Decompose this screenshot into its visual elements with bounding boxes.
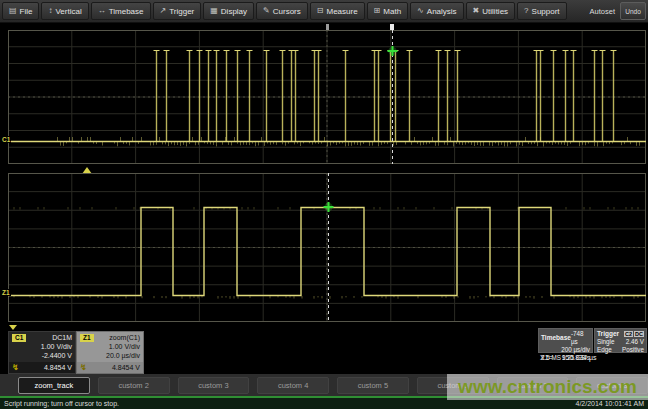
cursors-icon: ✎ — [263, 7, 270, 15]
c1-trace-label: C1 — [1, 136, 11, 143]
analysis-icon: ∿ — [417, 7, 424, 15]
status-datetime: 4/2/2014 10:01:41 AM — [576, 400, 645, 407]
c1-indicator-icon — [9, 325, 17, 330]
trigger-type: Edge — [597, 346, 612, 354]
trigger-level: 2.46 V — [626, 338, 644, 346]
main-graticule — [8, 30, 646, 164]
cursor-x1-value: 950.834 µs — [562, 354, 597, 361]
measure-icon: ⊟ — [317, 7, 324, 15]
status-message: Script running; turn off cursor to stop. — [4, 400, 119, 407]
timebase-scale: 200 µs/div — [561, 346, 590, 354]
z1-cursor-level: 4.8454 V — [112, 363, 140, 372]
autoset-button[interactable]: Autoset — [590, 7, 615, 16]
trigger-mode: Single — [597, 338, 615, 346]
trigger-slope: Positive — [622, 346, 644, 354]
timebase-panel[interactable]: Timebase -748 µs 200 µs/div 2.5 MS 1.25 … — [538, 328, 593, 353]
tab-custom-5[interactable]: custom 5 — [337, 377, 409, 394]
timebase-icon: ↔ — [98, 7, 106, 15]
cursor-bolt-icon: ↯ — [80, 363, 87, 372]
menu-vertical-label: Vertical — [55, 7, 81, 16]
timebase-position: -748 µs — [571, 330, 590, 346]
menu-measure-button[interactable]: ⊟Measure — [310, 2, 365, 20]
menu-vertical-button[interactable]: ↕Vertical — [41, 2, 88, 20]
z1-waveform — [8, 173, 646, 322]
z1-trace-label: Z1 — [1, 289, 11, 296]
vertical-icon: ↕ — [48, 7, 52, 15]
menu-measure-label: Measure — [326, 7, 357, 16]
menu-display-label: Display — [221, 7, 247, 16]
z1-descriptor-box[interactable]: Z1 zoom(C1) 1.00 V/div 20.0 µs/div ↯ 4.8… — [76, 331, 144, 374]
menu-utilities-button[interactable]: ✖Utilities — [466, 2, 515, 20]
support-icon: ? — [524, 7, 528, 15]
zoom-graticule — [8, 173, 646, 322]
file-icon: ▤ — [9, 7, 17, 15]
menu-cursors-button[interactable]: ✎Cursors — [256, 2, 308, 20]
menu-analysis-label: Analysis — [427, 7, 457, 16]
trigger-source-badge: C2 — [624, 331, 633, 337]
menu-analysis-button[interactable]: ∿Analysis — [410, 2, 464, 20]
c1-volts-div: 1.00 V/div — [41, 342, 72, 351]
trigger-coupling-badge: DC — [634, 331, 644, 337]
z1-time-div: 20.0 µs/div — [106, 351, 140, 360]
c1-coupling: DC1M — [52, 333, 72, 342]
watermark: www.cntronics.com — [447, 374, 648, 400]
tab-custom-2[interactable]: custom 2 — [98, 377, 170, 394]
menu-support-button[interactable]: ?Support — [517, 2, 566, 20]
cursor-x1-label: X1= — [540, 354, 553, 361]
menu-support-label: Support — [532, 7, 560, 16]
menu-trigger-button[interactable]: ↗Trigger — [153, 2, 202, 20]
menu-file-button[interactable]: ▤File — [2, 2, 39, 20]
utilities-icon: ✖ — [473, 7, 480, 15]
z1-badge: Z1 — [80, 334, 94, 342]
menu-utilities-label: Utilities — [482, 7, 508, 16]
menu-display-button[interactable]: ▦Display — [203, 2, 254, 20]
oscilloscope-screen: ▤File↕Vertical↔Timebase↗Trigger▦Display✎… — [0, 0, 648, 409]
menu-math-button[interactable]: ⊞Math — [367, 2, 409, 20]
z1-source: zoom(C1) — [109, 333, 140, 342]
trigger-icon: ↗ — [160, 7, 167, 15]
descriptor-bar: C1 DC1M 1.00 V/div -2.4400 V ↯ 4.8454 V … — [0, 330, 648, 374]
trigger-title: Trigger — [597, 330, 619, 338]
cursor-bolt-icon: ↯ — [12, 363, 19, 372]
tab-custom-3[interactable]: custom 3 — [178, 377, 250, 394]
undo-button[interactable]: Undo — [620, 2, 646, 20]
c1-descriptor-box[interactable]: C1 DC1M 1.00 V/div -2.4400 V ↯ 4.8454 V — [8, 331, 76, 374]
c1-waveform — [8, 30, 646, 164]
menu-file-label: File — [20, 7, 33, 16]
menu-timebase-button[interactable]: ↔Timebase — [91, 2, 151, 20]
cursor-readout: X1= 950.834 µs — [540, 354, 596, 361]
menu-timebase-label: Timebase — [109, 7, 144, 16]
tab-zoom_track[interactable]: zoom_track — [18, 377, 90, 394]
math-icon: ⊞ — [374, 7, 381, 15]
timebase-title: Timebase — [541, 334, 571, 342]
display-icon: ▦ — [210, 7, 218, 15]
trigger-panel[interactable]: Trigger C2DC Single 2.46 V Edge Positive — [594, 328, 647, 353]
c1-cursor-level: 4.8454 V — [44, 363, 72, 372]
menu-trigger-label: Trigger — [169, 7, 194, 16]
c1-offset: -2.4400 V — [42, 351, 72, 360]
menu-bar: ▤File↕Vertical↔Timebase↗Trigger▦Display✎… — [0, 0, 648, 23]
z1-volts-div: 1.00 V/div — [109, 342, 140, 351]
c1-badge: C1 — [12, 334, 26, 342]
menu-math-label: Math — [383, 7, 401, 16]
tab-custom-4[interactable]: custom 4 — [257, 377, 329, 394]
menu-cursors-label: Cursors — [273, 7, 301, 16]
